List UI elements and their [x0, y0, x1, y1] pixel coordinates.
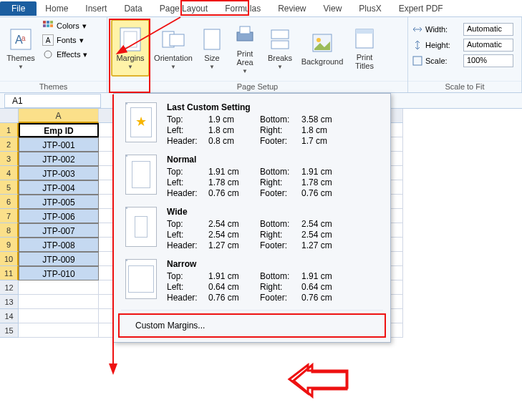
- row-head[interactable]: 4: [0, 166, 19, 180]
- cell[interactable]: [19, 280, 99, 295]
- cell[interactable]: JTP-005: [19, 195, 99, 209]
- row-head[interactable]: 3: [0, 152, 19, 166]
- fonts-button[interactable]: A Fonts▾: [41, 34, 89, 47]
- val: 0.76 cm: [301, 188, 346, 198]
- svg-rect-5: [50, 21, 53, 24]
- group-themes: Aa Themes ▼ Colors▾ A Fonts▾ Effects▾: [0, 17, 107, 92]
- val: 0.64 cm: [208, 282, 260, 292]
- val: 2.54 cm: [301, 230, 346, 240]
- row-head[interactable]: 9: [0, 238, 19, 252]
- row-head[interactable]: 14: [0, 309, 19, 323]
- option-title: Last Custom Setting: [167, 102, 379, 112]
- row-head[interactable]: 7: [0, 209, 19, 223]
- chevron-down-icon: ▼: [277, 64, 283, 70]
- print-titles-button[interactable]: Print Titles: [347, 19, 382, 77]
- tab-file[interactable]: File: [0, 1, 37, 16]
- cell[interactable]: [19, 295, 99, 309]
- height-select[interactable]: Automatic: [463, 39, 513, 52]
- tab-formulas[interactable]: Formulas: [216, 1, 269, 16]
- background-button[interactable]: Background: [297, 19, 347, 77]
- chevron-down-icon: ▾: [82, 21, 87, 31]
- tab-review[interactable]: Review: [269, 1, 314, 16]
- row-head[interactable]: 15: [0, 323, 19, 338]
- size-icon: [199, 26, 225, 52]
- row-head[interactable]: 12: [0, 280, 19, 295]
- lbl: Top:: [167, 114, 208, 124]
- lbl: Bottom:: [260, 114, 301, 124]
- cell[interactable]: JTP-003: [19, 166, 99, 180]
- val: 1.91 cm: [301, 167, 346, 177]
- name-box[interactable]: A1: [4, 94, 101, 108]
- width-icon: [412, 24, 423, 35]
- col-head[interactable]: A: [19, 109, 99, 123]
- row-head[interactable]: 1: [0, 123, 19, 137]
- tab-home[interactable]: Home: [37, 1, 77, 16]
- cell[interactable]: JTP-007: [19, 223, 99, 238]
- breaks-button[interactable]: Breaks ▼: [263, 19, 297, 77]
- cell[interactable]: JTP-008: [19, 238, 99, 252]
- lbl: Left:: [167, 230, 208, 240]
- themes-label: Themes: [6, 54, 35, 62]
- cell[interactable]: JTP-002: [19, 152, 99, 166]
- print-area-icon: [232, 22, 258, 48]
- val: 1.78 cm: [208, 177, 260, 187]
- val: 2.54 cm: [208, 219, 260, 229]
- scale-input[interactable]: 100%: [463, 54, 513, 67]
- cell[interactable]: [19, 323, 99, 338]
- lbl: Footer:: [260, 188, 301, 198]
- row-head[interactable]: 6: [0, 195, 19, 209]
- effects-icon: [42, 49, 54, 60]
- row-head[interactable]: 2: [0, 137, 19, 152]
- lbl: Top:: [167, 219, 208, 229]
- val: 0.76 cm: [301, 293, 346, 303]
- svg-rect-6: [43, 24, 46, 27]
- margins-option-wide[interactable]: Wide Top:2.54 cmBottom:2.54 cm Left:2.54…: [114, 202, 390, 255]
- svg-point-20: [316, 38, 321, 42]
- chevron-down-icon: ▼: [18, 64, 24, 70]
- breaks-label: Breaks: [268, 54, 292, 62]
- print-area-button[interactable]: Print Area ▼: [227, 19, 263, 77]
- cell[interactable]: JTP-009: [19, 252, 99, 266]
- svg-rect-17: [271, 30, 289, 39]
- custom-margins-item[interactable]: Custom Margins...: [118, 313, 386, 338]
- cell[interactable]: JTP-006: [19, 209, 99, 223]
- lbl: Left:: [167, 177, 208, 187]
- lbl: Bottom:: [260, 219, 301, 229]
- tab-view[interactable]: View: [315, 1, 351, 16]
- margins-option-narrow[interactable]: Narrow Top:1.91 cmBottom:1.91 cm Left:0.…: [114, 255, 390, 307]
- margins-option-normal[interactable]: Normal Top:1.91 cmBottom:1.91 cm Left:1.…: [114, 150, 390, 202]
- row-head[interactable]: 13: [0, 295, 19, 309]
- fonts-icon: A: [42, 34, 54, 46]
- svg-rect-3: [43, 21, 46, 24]
- margins-option-last[interactable]: Last Custom Setting Top:1.9 cmBottom:3.5…: [114, 98, 390, 150]
- effects-button[interactable]: Effects▾: [41, 48, 89, 61]
- select-all-corner[interactable]: [0, 109, 19, 123]
- cell[interactable]: [19, 309, 99, 323]
- cell[interactable]: JTP-010: [19, 266, 99, 280]
- row-head[interactable]: 10: [0, 252, 19, 266]
- width-select[interactable]: Automatic: [463, 23, 513, 36]
- val: 0.8 cm: [208, 136, 260, 146]
- lbl: Top:: [167, 271, 208, 281]
- row-head[interactable]: 5: [0, 180, 19, 195]
- val: 1.8 cm: [208, 125, 260, 135]
- tab-insert[interactable]: Insert: [77, 1, 115, 16]
- lbl: Top:: [167, 167, 208, 177]
- breaks-icon: [267, 26, 293, 52]
- val: 1.91 cm: [208, 167, 260, 177]
- row-head[interactable]: 8: [0, 223, 19, 238]
- themes-button[interactable]: Aa Themes ▼: [4, 19, 38, 77]
- cell[interactable]: Emp ID: [19, 123, 99, 137]
- size-button[interactable]: Size ▼: [197, 19, 227, 77]
- colors-button[interactable]: Colors▾: [41, 19, 89, 32]
- lbl: Bottom:: [260, 271, 301, 281]
- tab-plusx[interactable]: PlusX: [350, 1, 390, 16]
- val: 1.8 cm: [301, 125, 346, 135]
- lbl: Header:: [167, 293, 208, 303]
- val: 1.91 cm: [301, 271, 346, 281]
- row-head[interactable]: 11: [0, 266, 19, 280]
- cell[interactable]: JTP-004: [19, 180, 99, 195]
- val: 1.78 cm: [301, 177, 346, 187]
- cell[interactable]: JTP-001: [19, 137, 99, 152]
- tab-expert-pdf[interactable]: Expert PDF: [390, 1, 452, 16]
